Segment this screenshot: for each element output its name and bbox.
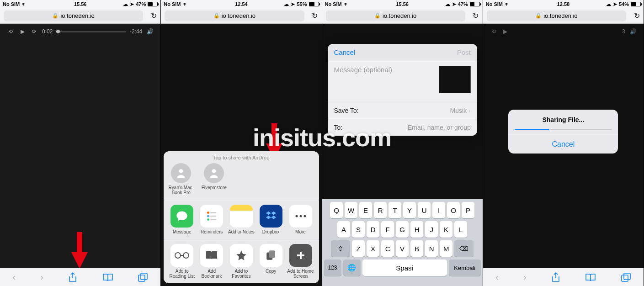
key-u[interactable]: U xyxy=(418,202,431,218)
svg-point-6 xyxy=(207,218,209,221)
key-b[interactable]: B xyxy=(410,240,423,257)
shift-key[interactable]: ⇧ xyxy=(331,240,350,257)
message-input[interactable]: Message (optional) xyxy=(334,66,434,97)
url-bar: 🔒 io.toneden.io ↻ xyxy=(0,8,160,24)
wifi-icon: ᯤ xyxy=(505,1,510,7)
compose-cancel-button[interactable]: Cancel xyxy=(334,48,356,56)
share-app-message[interactable]: Message xyxy=(168,205,196,234)
key-o[interactable]: O xyxy=(447,202,460,218)
share-app-notes[interactable]: Add to Notes xyxy=(228,205,255,234)
forward-15-icon[interactable]: ⟳ xyxy=(30,27,38,36)
dialog-title: Sharing File... xyxy=(508,110,618,125)
svg-point-3 xyxy=(212,169,216,173)
key-r[interactable]: R xyxy=(374,202,387,218)
key-a[interactable]: A xyxy=(337,221,350,238)
key-f[interactable]: F xyxy=(381,221,394,238)
action-reading-list[interactable]: Add to Reading List xyxy=(168,244,196,279)
url-field[interactable]: 🔒io.toneden.io xyxy=(326,11,465,21)
key-q[interactable]: Q xyxy=(330,202,343,218)
reload-button[interactable]: ↻ xyxy=(469,11,483,20)
carrier-text: No SIM xyxy=(164,1,181,7)
airdrop-hint: Tap to share with AirDrop xyxy=(168,155,314,160)
key-x[interactable]: X xyxy=(367,240,379,257)
return-key[interactable]: Kembali xyxy=(449,260,481,276)
carrier-text: No SIM xyxy=(325,1,342,7)
avatar-icon xyxy=(171,163,191,183)
action-label: Add to Favorites xyxy=(228,269,255,279)
key-y[interactable]: Y xyxy=(403,202,416,218)
key-g[interactable]: G xyxy=(396,221,409,238)
forward-button[interactable]: › xyxy=(40,272,43,282)
svg-point-13 xyxy=(175,253,181,258)
url-bar: 🔒io.toneden.io ↻ xyxy=(322,8,483,24)
status-time: 12.54 xyxy=(235,1,248,7)
book-icon xyxy=(200,244,223,267)
bookmarks-button[interactable] xyxy=(585,273,596,282)
backspace-key[interactable]: ⌫ xyxy=(454,240,474,257)
reminders-icon xyxy=(200,205,223,228)
key-e[interactable]: E xyxy=(359,202,372,218)
svg-point-14 xyxy=(183,253,189,258)
play-icon[interactable]: ▶ xyxy=(18,27,27,36)
svg-rect-20 xyxy=(624,273,630,280)
back-button[interactable]: ‹ xyxy=(495,272,499,282)
share-app-reminders[interactable]: Reminders xyxy=(198,205,225,234)
action-bookmark[interactable]: Add Bookmark xyxy=(198,244,225,279)
battery-pct: 55% xyxy=(297,1,307,7)
key-p[interactable]: P xyxy=(462,202,474,218)
key-s[interactable]: S xyxy=(352,221,365,238)
rewind-15-icon[interactable]: ⟲ xyxy=(6,27,15,36)
key-h[interactable]: H xyxy=(410,221,423,238)
tabs-button[interactable] xyxy=(138,273,148,282)
key-i[interactable]: I xyxy=(432,202,445,218)
reload-button[interactable]: ↻ xyxy=(147,11,160,20)
url-field[interactable]: 🔒 io.toneden.io xyxy=(4,11,143,21)
key-d[interactable]: D xyxy=(367,221,379,238)
compose-post-button[interactable]: Post xyxy=(457,48,471,56)
action-home-screen[interactable]: Add to Home Screen xyxy=(287,244,314,279)
key-j[interactable]: J xyxy=(425,221,438,238)
status-time: 15.56 xyxy=(74,1,87,7)
action-copy[interactable]: Copy xyxy=(257,244,285,279)
svg-point-4 xyxy=(207,212,209,214)
key-m[interactable]: M xyxy=(440,240,452,257)
sync-icon: ☁︎ xyxy=(123,1,128,7)
airdrop-target[interactable]: Fivepmstore xyxy=(201,163,227,195)
numbers-key[interactable]: 123 xyxy=(324,260,341,276)
wifi-icon: ᯤ xyxy=(344,1,349,7)
svg-rect-16 xyxy=(269,250,275,258)
key-n[interactable]: N xyxy=(425,240,438,257)
location-icon: ➤ xyxy=(452,1,456,7)
globe-key[interactable]: 🌐 xyxy=(343,260,361,276)
share-app-dropbox[interactable]: Dropbox xyxy=(257,205,285,234)
to-row[interactable]: To: Email, name, or group xyxy=(328,119,477,136)
action-favorites[interactable]: Add to Favorites xyxy=(228,244,255,279)
forward-button[interactable]: › xyxy=(523,272,527,282)
volume-icon[interactable]: 🔊 xyxy=(146,27,154,36)
key-k[interactable]: K xyxy=(440,221,452,238)
key-w[interactable]: W xyxy=(345,202,357,218)
action-label: Add to Home Screen xyxy=(287,269,314,279)
scrubber-track[interactable] xyxy=(56,31,126,32)
space-key[interactable]: Spasi xyxy=(362,260,447,276)
reload-button[interactable]: ↻ xyxy=(308,11,322,20)
dialog-cancel-button[interactable]: Cancel xyxy=(508,135,618,154)
status-bar: No SIM ᯤ 15.56 ☁︎ ➤ 47% xyxy=(0,0,160,8)
key-t[interactable]: T xyxy=(389,202,401,218)
airdrop-target[interactable]: Ryan's Mac-Book Pro xyxy=(168,163,194,195)
key-l[interactable]: L xyxy=(454,221,467,238)
key-z[interactable]: Z xyxy=(352,240,365,257)
share-button[interactable] xyxy=(68,272,77,282)
url-field[interactable]: 🔒io.toneden.io xyxy=(487,11,626,21)
share-button[interactable] xyxy=(551,272,560,282)
back-button[interactable]: ‹ xyxy=(12,272,16,282)
share-app-more[interactable]: More xyxy=(287,205,314,234)
bookmarks-button[interactable] xyxy=(102,273,113,282)
key-c[interactable]: C xyxy=(381,240,394,257)
save-to-row[interactable]: Save To: Musik› xyxy=(328,102,477,119)
key-v[interactable]: V xyxy=(396,240,409,257)
tabs-button[interactable] xyxy=(621,273,631,282)
reload-button[interactable]: ↻ xyxy=(630,11,644,20)
share-actions-row: Add to Reading List Add Bookmark Add to … xyxy=(164,239,319,283)
url-field[interactable]: 🔒io.toneden.io xyxy=(165,11,304,21)
